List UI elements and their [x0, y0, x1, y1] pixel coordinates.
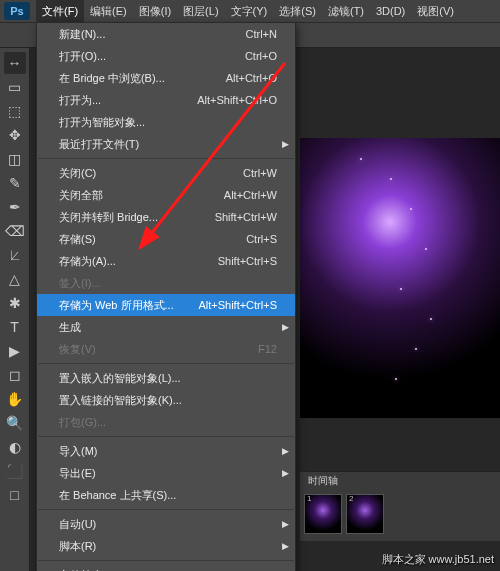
canvas-fireworks: [300, 138, 500, 418]
menu-item-shortcut: Alt+Ctrl+O: [226, 72, 277, 84]
menu-item[interactable]: 最近打开文件(T)▶: [37, 133, 295, 155]
menu-item[interactable]: 打开为智能对象...: [37, 111, 295, 133]
menu-item-label: 关闭(C): [59, 166, 96, 181]
timeline-frame[interactable]: 2: [346, 494, 384, 534]
menu-item-shortcut: Shift+Ctrl+W: [215, 211, 277, 223]
menu-item-label: 在 Bridge 中浏览(B)...: [59, 71, 165, 86]
tool-button[interactable]: ◫: [4, 148, 26, 170]
menu-item[interactable]: 关闭并转到 Bridge...Shift+Ctrl+W: [37, 206, 295, 228]
menu-item[interactable]: 存储为(A)...Shift+Ctrl+S: [37, 250, 295, 272]
menubar-item[interactable]: 文件(F): [36, 0, 84, 22]
frame-number: 1: [307, 494, 311, 503]
tool-button[interactable]: ↔: [4, 52, 26, 74]
file-menu: 新建(N)...Ctrl+N打开(O)...Ctrl+O在 Bridge 中浏览…: [36, 22, 296, 571]
menu-item-shortcut: Ctrl+W: [243, 167, 277, 179]
watermark: 脚本之家 www.jb51.net: [382, 552, 494, 567]
menu-item-label: 打开(O)...: [59, 49, 106, 64]
menu-item-shortcut: Shift+Ctrl+S: [218, 255, 277, 267]
tool-button[interactable]: ▶: [4, 340, 26, 362]
menu-item[interactable]: 打开(O)...Ctrl+O: [37, 45, 295, 67]
tool-button[interactable]: ◻: [4, 364, 26, 386]
menu-item[interactable]: 关闭(C)Ctrl+W: [37, 162, 295, 184]
menu-item-label: 最近打开文件(T): [59, 137, 139, 152]
menu-item[interactable]: 自动(U)▶: [37, 513, 295, 535]
submenu-arrow-icon: ▶: [282, 519, 289, 529]
submenu-arrow-icon: ▶: [282, 322, 289, 332]
menu-item[interactable]: 导入(M)▶: [37, 440, 295, 462]
tool-button[interactable]: ✱: [4, 292, 26, 314]
menu-item-label: 打包(G)...: [59, 415, 106, 430]
tool-button[interactable]: ⬛: [4, 460, 26, 482]
timeline-frame[interactable]: 1: [304, 494, 342, 534]
menu-item-label: 导入(M): [59, 444, 98, 459]
tool-button[interactable]: ⬚: [4, 100, 26, 122]
tool-button[interactable]: T: [4, 316, 26, 338]
menu-item[interactable]: 存储为 Web 所用格式...Alt+Shift+Ctrl+S: [37, 294, 295, 316]
tool-button[interactable]: ◐: [4, 436, 26, 458]
menu-item-shortcut: Ctrl+S: [246, 233, 277, 245]
menubar-item[interactable]: 图像(I): [133, 0, 177, 22]
tool-button[interactable]: △: [4, 268, 26, 290]
submenu-arrow-icon: ▶: [282, 446, 289, 456]
menubar-item[interactable]: 图层(L): [177, 0, 224, 22]
menu-item[interactable]: 置入嵌入的智能对象(L)...: [37, 367, 295, 389]
tool-button[interactable]: ⌫: [4, 220, 26, 242]
frame-number: 2: [349, 494, 353, 503]
menu-item[interactable]: 在 Bridge 中浏览(B)...Alt+Ctrl+O: [37, 67, 295, 89]
menu-item[interactable]: 生成▶: [37, 316, 295, 338]
tool-button[interactable]: ✋: [4, 388, 26, 410]
menu-item[interactable]: 打开为...Alt+Shift+Ctrl+O: [37, 89, 295, 111]
submenu-arrow-icon: ▶: [282, 139, 289, 149]
menu-item-shortcut: Alt+Shift+Ctrl+S: [198, 299, 277, 311]
menubar-item[interactable]: 文字(Y): [225, 0, 274, 22]
menu-item-label: 脚本(R): [59, 539, 96, 554]
menubar-item[interactable]: 编辑(E): [84, 0, 133, 22]
menu-separator: [38, 509, 294, 510]
menubar-item[interactable]: 3D(D): [370, 0, 411, 22]
tool-button[interactable]: ✒: [4, 196, 26, 218]
menu-item-label: 生成: [59, 320, 81, 335]
menubar: Ps 文件(F)编辑(E)图像(I)图层(L)文字(Y)选择(S)滤镜(T)3D…: [0, 0, 500, 22]
menu-item[interactable]: 存储(S)Ctrl+S: [37, 228, 295, 250]
menu-separator: [38, 436, 294, 437]
tool-button[interactable]: ✥: [4, 124, 26, 146]
menubar-item[interactable]: 视图(V): [411, 0, 460, 22]
menu-item-label: 关闭全部: [59, 188, 103, 203]
menu-separator: [38, 363, 294, 364]
tool-button[interactable]: ▭: [4, 76, 26, 98]
menu-item-label: 置入链接的智能对象(K)...: [59, 393, 182, 408]
menu-item-shortcut: Ctrl+N: [246, 28, 277, 40]
timeline-panel[interactable]: 时间轴 12: [300, 471, 500, 541]
submenu-arrow-icon: ▶: [282, 468, 289, 478]
app-frame: Ps 文件(F)编辑(E)图像(I)图层(L)文字(Y)选择(S)滤镜(T)3D…: [0, 0, 500, 571]
menu-item[interactable]: 文件简介(F)...Alt+Shift+Ctrl+I: [37, 564, 295, 571]
timeline-header: 时间轴: [300, 472, 500, 490]
menu-item-label: 自动(U): [59, 517, 96, 532]
menu-item: 打包(G)...: [37, 411, 295, 433]
menu-item-label: 签入(I)...: [59, 276, 101, 291]
menu-item[interactable]: 脚本(R)▶: [37, 535, 295, 557]
tool-button[interactable]: □: [4, 484, 26, 506]
menu-item[interactable]: 导出(E)▶: [37, 462, 295, 484]
tool-button[interactable]: ✎: [4, 172, 26, 194]
menu-item[interactable]: 关闭全部Alt+Ctrl+W: [37, 184, 295, 206]
menu-item-label: 存储为(A)...: [59, 254, 116, 269]
menu-separator: [38, 158, 294, 159]
menu-item-shortcut: Alt+Shift+Ctrl+O: [197, 94, 277, 106]
tool-button[interactable]: ⟀: [4, 244, 26, 266]
menu-item-label: 新建(N)...: [59, 27, 105, 42]
menu-item-label: 恢复(V): [59, 342, 96, 357]
menu-item[interactable]: 在 Behance 上共享(S)...: [37, 484, 295, 506]
tool-button[interactable]: 🔍: [4, 412, 26, 434]
menu-item-label: 关闭并转到 Bridge...: [59, 210, 158, 225]
menu-item-shortcut: F12: [258, 343, 277, 355]
menu-item[interactable]: 新建(N)...Ctrl+N: [37, 23, 295, 45]
menubar-item[interactable]: 选择(S): [273, 0, 322, 22]
ps-logo: Ps: [4, 2, 30, 20]
menu-item-label: 打开为智能对象...: [59, 115, 145, 130]
menu-item: 恢复(V)F12: [37, 338, 295, 360]
menubar-item[interactable]: 滤镜(T): [322, 0, 370, 22]
menu-item[interactable]: 置入链接的智能对象(K)...: [37, 389, 295, 411]
menu-item-label: 导出(E): [59, 466, 96, 481]
menu-item-label: 文件简介(F)...: [59, 568, 126, 572]
